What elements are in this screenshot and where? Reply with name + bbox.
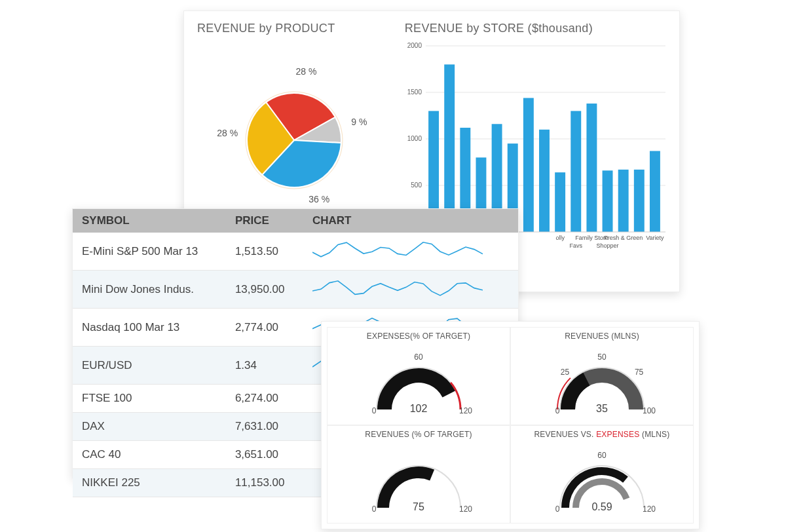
gauge-title: EXPENSES(% OF TARGET) [328, 332, 510, 341]
svg-text:28 %: 28 % [295, 66, 316, 77]
cell-symbol: EUR/USD [73, 347, 226, 385]
svg-rect-25 [586, 104, 597, 232]
svg-text:75: 75 [413, 501, 424, 512]
svg-text:28 %: 28 % [217, 128, 238, 138]
col-chart: CHART [303, 209, 518, 233]
svg-text:120: 120 [459, 504, 472, 514]
svg-text:olly: olly [555, 235, 565, 241]
cell-price: 3,651.00 [226, 441, 303, 469]
svg-text:25: 25 [561, 368, 570, 377]
cell-price: 7,631.00 [226, 413, 303, 441]
svg-text:0: 0 [555, 406, 560, 415]
svg-rect-21 [555, 172, 565, 232]
svg-text:2000: 2000 [407, 42, 422, 49]
svg-rect-27 [602, 170, 612, 232]
cell-sparkline [303, 233, 518, 271]
cell-price: 2,774.00 [226, 309, 303, 347]
cell-price: 1.34 [226, 347, 303, 385]
svg-rect-14 [444, 64, 455, 232]
gauges-panel: EXPENSES(% OF TARGET) 600120102 REVENUES… [321, 321, 700, 529]
svg-text:9 %: 9 % [351, 117, 367, 127]
svg-rect-32 [650, 151, 660, 232]
col-symbol: SYMBOL [73, 209, 226, 233]
gauge-revenues-mlns: REVENUES (MLNS) 255075010035 [510, 327, 694, 425]
svg-text:Shopper: Shopper [596, 242, 618, 249]
svg-rect-31 [634, 170, 645, 232]
svg-text:Family Store: Family Store [575, 235, 608, 241]
cell-price: 13,950.00 [226, 271, 303, 309]
svg-text:60: 60 [597, 451, 607, 460]
cell-symbol: FTSE 100 [73, 385, 226, 413]
gauge-title-part: REVENUES VS. [534, 430, 596, 439]
svg-text:100: 100 [643, 406, 656, 415]
gauge-title: REVENUES VS. EXPENSES (MLNS) [511, 430, 693, 439]
svg-text:0: 0 [372, 504, 377, 514]
cell-sparkline [303, 271, 518, 309]
svg-text:120: 120 [459, 406, 472, 415]
svg-text:0.59: 0.59 [591, 501, 612, 512]
col-price: PRICE [226, 209, 303, 233]
table-row[interactable]: E-Mini S&P 500 Mar 131,513.50 [73, 233, 518, 271]
svg-text:1500: 1500 [407, 88, 422, 96]
cell-price: 11,153.00 [226, 469, 303, 497]
svg-rect-20 [539, 130, 550, 232]
svg-rect-23 [571, 111, 581, 232]
svg-text:0: 0 [372, 406, 377, 415]
gauge-rev-vs-exp: REVENUES VS. EXPENSES (MLNS) 6001200.59 [510, 425, 694, 523]
gauge-title-part: (MLNS) [639, 430, 669, 439]
svg-text:60: 60 [414, 352, 423, 362]
svg-text:120: 120 [643, 504, 656, 514]
revenue-by-product-pie: 28 %9 %36 %28 % [196, 42, 392, 225]
svg-text:0: 0 [555, 504, 560, 514]
gauge-revenues-pct: REVENUES (% OF TARGET) 012075 [327, 425, 510, 523]
svg-rect-19 [523, 98, 534, 232]
svg-text:75: 75 [635, 368, 644, 377]
svg-rect-29 [618, 170, 628, 232]
bar-chart-title: REVENUE by STORE ($thousand) [405, 22, 667, 35]
cell-symbol: Nasdaq 100 Mar 13 [73, 309, 226, 347]
cell-symbol: E-Mini S&P 500 Mar 13 [73, 233, 226, 271]
svg-text:500: 500 [411, 181, 422, 189]
svg-text:Variety: Variety [646, 235, 664, 241]
cell-price: 6,274.00 [226, 385, 303, 413]
svg-text:102: 102 [410, 403, 428, 414]
gauge-expenses-pct: EXPENSES(% OF TARGET) 600120102 [327, 327, 510, 425]
svg-text:35: 35 [596, 403, 608, 414]
gauge-title-accent: EXPENSES [596, 430, 639, 439]
svg-text:50: 50 [597, 352, 607, 362]
table-row[interactable]: Mini Dow Jones Indus.13,950.00 [73, 271, 518, 309]
cell-symbol: DAX [73, 413, 226, 441]
cell-symbol: Mini Dow Jones Indus. [73, 271, 226, 309]
cell-symbol: NIKKEI 225 [73, 469, 226, 497]
svg-text:Fresh & Green: Fresh & Green [604, 235, 643, 241]
svg-text:36 %: 36 % [309, 194, 329, 204]
pie-chart-title: REVENUE by PRODUCT [197, 22, 403, 35]
gauge-title: REVENUES (MLNS) [511, 332, 693, 341]
cell-price: 1,513.50 [226, 233, 303, 271]
svg-text:1000: 1000 [407, 135, 422, 142]
cell-symbol: CAC 40 [73, 441, 226, 469]
svg-text:Favs: Favs [569, 242, 582, 249]
gauge-title: REVENUES (% OF TARGET) [328, 430, 510, 439]
